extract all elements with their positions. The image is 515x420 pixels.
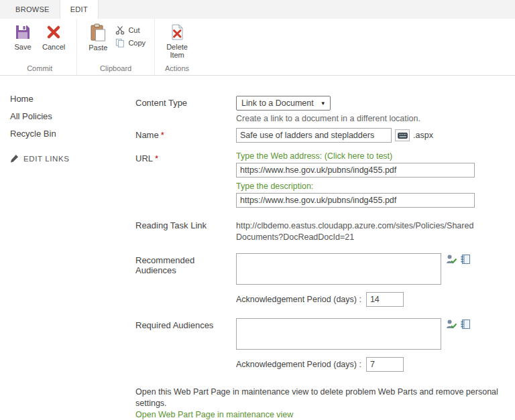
ime-keyboard-button[interactable] xyxy=(395,129,410,141)
check-names-icon[interactable] xyxy=(446,254,457,265)
name-row: Name* .aspx xyxy=(135,128,506,143)
ribbon-tab-bar: BROWSE EDIT xyxy=(0,0,515,19)
reading-task-link-label: Reading Task Link xyxy=(135,218,236,243)
reading-task-link-row: Reading Task Link http://clbdemo.eastus.… xyxy=(135,218,506,243)
cut-button[interactable]: Cut xyxy=(113,25,148,36)
edit-links-label: EDIT LINKS xyxy=(23,155,69,163)
cancel-label: Cancel xyxy=(42,43,65,51)
content-type-row: Content Type Link to a Document ▼ Create… xyxy=(135,96,506,123)
recommended-ack-label: Acknowledgement Period (days) : xyxy=(236,295,361,304)
page-content: Home All Policies Recycle Bin EDIT LINKS… xyxy=(0,76,515,420)
tab-edit[interactable]: EDIT xyxy=(60,0,99,19)
browse-address-book-icon[interactable] xyxy=(460,254,471,265)
group-label-commit: Commit xyxy=(9,64,70,75)
delete-item-button[interactable]: Delete Item xyxy=(162,21,192,60)
copy-label: Copy xyxy=(128,39,146,47)
ribbon-group-clipboard: Paste Cut xyxy=(76,19,154,75)
required-ack-label: Acknowledgement Period (days) : xyxy=(236,360,361,369)
maintenance-note: Open this Web Part Page in maintenance v… xyxy=(135,387,506,409)
name-label: Name* xyxy=(135,128,236,143)
save-floppy-icon xyxy=(14,23,32,41)
paste-button[interactable]: Paste xyxy=(84,21,112,53)
required-asterisk: * xyxy=(155,153,158,163)
group-label-actions: Actions xyxy=(162,64,192,75)
paste-clipboard-icon xyxy=(90,23,107,42)
group-label-clipboard: Clipboard xyxy=(84,64,148,75)
url-address-input[interactable] xyxy=(236,163,475,178)
name-input[interactable] xyxy=(236,128,392,143)
cut-label: Cut xyxy=(128,26,139,34)
edit-links-button[interactable]: EDIT LINKS xyxy=(10,154,134,163)
required-ack-input[interactable] xyxy=(366,357,404,372)
ribbon: Save Cancel Commit xyxy=(0,19,515,76)
sidebar: Home All Policies Recycle Bin EDIT LINKS xyxy=(0,76,134,420)
recommended-audiences-row: Recommended Audiences xyxy=(135,253,506,307)
url-label: URL* xyxy=(135,151,236,208)
reading-task-link-value: http://clbdemo.eastus.cloudapp.azure.com… xyxy=(236,218,503,243)
content-type-description: Create a link to a document in a differe… xyxy=(236,114,506,123)
check-names-icon[interactable] xyxy=(446,319,457,330)
content-type-selected-value: Link to a Document xyxy=(241,98,314,108)
sidebar-item-recycle-bin[interactable]: Recycle Bin xyxy=(10,129,134,139)
cut-scissors-icon xyxy=(115,25,125,35)
sidebar-item-all-policies[interactable]: All Policies xyxy=(10,111,134,121)
pencil-icon xyxy=(10,154,19,163)
name-extension-suffix: .aspx xyxy=(413,131,433,140)
edit-form: Content Type Link to a Document ▼ Create… xyxy=(134,76,515,420)
url-row: URL* Type the Web address: (Click here t… xyxy=(135,151,506,208)
content-type-select[interactable]: Link to a Document ▼ xyxy=(236,96,331,111)
save-label: Save xyxy=(14,43,31,51)
tab-browse[interactable]: BROWSE xyxy=(5,0,60,19)
required-audiences-label: Required Audiences xyxy=(135,318,236,372)
url-description-input[interactable] xyxy=(236,193,475,208)
save-button[interactable]: Save xyxy=(9,21,36,52)
click-here-to-test-link[interactable]: (Click here to test) xyxy=(325,151,392,161)
content-type-label: Content Type xyxy=(135,96,236,123)
recommended-audiences-input[interactable] xyxy=(236,253,441,285)
required-audiences-row: Required Audiences xyxy=(135,318,506,372)
ribbon-group-actions: Delete Item Actions xyxy=(154,19,199,75)
web-address-label: Type the Web address: xyxy=(236,151,322,161)
sidebar-item-home[interactable]: Home xyxy=(10,94,134,104)
cancel-x-icon xyxy=(45,23,62,41)
recommended-ack-input[interactable] xyxy=(366,292,404,307)
required-audiences-input[interactable] xyxy=(236,318,441,350)
copy-button[interactable]: Copy xyxy=(113,38,148,48)
chevron-down-icon: ▼ xyxy=(321,100,326,107)
paste-label: Paste xyxy=(89,44,107,52)
url-description-label: Type the description: xyxy=(236,182,506,191)
delete-item-label: Delete Item xyxy=(166,43,188,59)
maintenance-view-link[interactable]: Open Web Part Page in maintenance view xyxy=(135,410,293,419)
delete-item-icon xyxy=(168,23,186,41)
cancel-button[interactable]: Cancel xyxy=(38,21,70,52)
recommended-audiences-label: Recommended Audiences xyxy=(135,253,236,307)
ribbon-group-commit: Save Cancel Commit xyxy=(3,19,76,75)
browse-address-book-icon[interactable] xyxy=(460,319,471,330)
required-asterisk: * xyxy=(161,130,164,140)
copy-pages-icon xyxy=(115,38,125,48)
